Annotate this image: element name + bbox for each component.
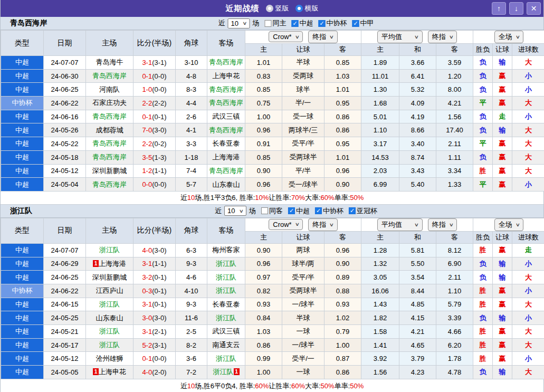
average-stage-value: 终指 (432, 220, 446, 230)
avg-home-odds-cell: 3.92 (361, 352, 399, 366)
match-row: 中超24-05-12深圳新鹏城1-2(1-1)7-4青岛西海岸0.90平/半0.… (1, 164, 544, 178)
league-type-cell: 中超 (1, 352, 44, 366)
league-type-cell: 中超 (1, 178, 44, 192)
crow-handicap-cell: 一/球半 (282, 298, 325, 311)
arrow-down-icon: ↓ (514, 4, 518, 13)
result-goals-cell: 小 (512, 178, 544, 192)
radio-icon (266, 5, 273, 12)
league-checkbox-cup[interactable]: 中协杯 (315, 206, 343, 216)
avg-draw-odds-cell: 6.41 (399, 69, 436, 83)
avg-home-odds-cell: 14.53 (361, 150, 399, 164)
result-handicap-cell: 输 (493, 123, 512, 137)
view-option-vertical[interactable]: 竖版 (266, 4, 289, 13)
league-type-cell: 中超 (1, 83, 44, 97)
match-count-select[interactable]: 10 ∨ (227, 18, 250, 28)
home-team-cell: 浙江队 (86, 298, 133, 311)
crow-home-odds-cell: 0.91 (245, 137, 282, 151)
result-handicap-cell: 输 (493, 271, 512, 284)
corner-cell: 1-18 (176, 150, 207, 164)
team-label: 青岛西海岸 (209, 58, 243, 66)
bookmaker-select[interactable]: Crow*∨ (269, 31, 303, 42)
period-dropdown-group: 全场∨ (473, 218, 544, 231)
halftime-score: (0-2) (152, 140, 166, 148)
away-team-cell: 青岛西海岸 (207, 123, 245, 137)
chevron-down-icon: ∨ (294, 34, 299, 40)
average-select[interactable]: 平均值∨ (377, 31, 423, 43)
league-checkbox-league1[interactable]: 中甲 (352, 18, 374, 28)
filters: 近 10 ∨ 场 同客 中超 中协杯 亚冠杯 (215, 206, 377, 216)
view-option-horizontal[interactable]: 横版 (295, 4, 319, 13)
match-row: 中超24-05-17浙江队5-2(3-1)8-2南通支云0.86一/球半1.00… (1, 338, 544, 352)
crow-dropdown-group: Crow*∨ 终指∨ (245, 218, 361, 231)
red-card-badge: 1 (93, 260, 99, 267)
period-select[interactable]: 全场∨ (494, 218, 524, 231)
result-wdl-cell: 平 (473, 137, 493, 151)
sub-header-handicap-result: 让球 (493, 44, 512, 56)
avg-away-odds-cell: 17.40 (436, 123, 473, 137)
result-goals-cell: 大 (512, 271, 544, 284)
bookmaker-select[interactable]: Crow*∨ (269, 219, 303, 230)
corner-cell: 11-6 (176, 311, 207, 325)
league-type-cell: 中超 (1, 257, 44, 271)
odds-stage-select[interactable]: 终指∨ (308, 31, 338, 43)
avg-draw-odds-cell: 3.66 (399, 56, 436, 70)
crow-handicap-cell: 受平/半 (282, 137, 325, 151)
average-dropdown-group: 平均值∨ 终指∨ (361, 31, 473, 44)
fulltime-score: 5-2 (142, 341, 152, 349)
league-checkbox-acl[interactable]: 亚冠杯 (349, 206, 377, 216)
date-cell: 24-06-25 (44, 271, 86, 284)
result-goals-cell: 大 (512, 150, 544, 164)
league-checkbox-csl[interactable]: 中超 (292, 18, 313, 28)
team-label: 石家庄功夫 (92, 99, 127, 107)
checkbox-icon (315, 207, 322, 214)
team-label: 青岛西海岸 (209, 99, 243, 107)
team-label: 青岛西海岸 (92, 139, 127, 147)
crow-home-odds-cell: 1.00 (245, 366, 282, 379)
average-value: 平均值 (381, 220, 402, 230)
close-button[interactable]: ✕ (527, 2, 541, 15)
avg-home-odds-cell: 5.01 (361, 110, 399, 123)
move-up-button[interactable]: ↑ (492, 2, 506, 15)
crow-home-odds-cell: 0.96 (245, 178, 282, 192)
odds-stage-value: 终指 (312, 220, 326, 230)
avg-away-odds-cell: 5.79 (436, 298, 473, 311)
crow-home-odds-cell: 0.82 (245, 284, 282, 298)
summary-stat-label: 单率: (335, 193, 350, 203)
checkbox-label: 中协杯 (327, 18, 347, 28)
halftime-score: (0-1) (152, 300, 166, 308)
avg-away-odds-cell: 1.33 (436, 178, 473, 192)
league-checkbox-csl[interactable]: 中超 (288, 206, 310, 216)
section-summary: 近10场,胜6平0负4, 胜率:60% 让胜率:60% 大率:50% 单率:50… (1, 379, 543, 392)
result-wdl-cell: 负 (473, 366, 493, 379)
result-handicap-cell: 赢 (493, 150, 512, 164)
same-venue-checkbox[interactable]: 同客 (261, 206, 283, 216)
avg-home-odds-cell: 1.56 (361, 366, 399, 379)
same-venue-checkbox[interactable]: 同主 (265, 18, 287, 28)
result-goals-cell: 小 (512, 311, 544, 325)
move-down-button[interactable]: ↓ (509, 2, 523, 15)
score-cell: 3-1(3-1) (133, 56, 176, 70)
average-stage-select[interactable]: 终指∨ (428, 31, 457, 43)
team-label: 上海海港 (99, 260, 126, 267)
league-checkbox-cup[interactable]: 中协杯 (319, 18, 347, 28)
checkbox-label: 亚冠杯 (357, 206, 377, 216)
team-label: 青岛西海岸 (92, 112, 127, 120)
average-select[interactable]: 平均值∨ (377, 218, 423, 231)
avg-draw-odds-cell: 4.19 (399, 110, 436, 123)
league-type-cell: 中协杯 (1, 284, 44, 298)
crow-home-odds-cell: 1.03 (245, 325, 282, 339)
result-handicap-cell: 赢 (493, 352, 512, 366)
chevron-down-icon: ∨ (294, 222, 299, 227)
date-cell: 24-07-07 (44, 56, 86, 70)
col-header-home: 主场 (86, 218, 133, 243)
period-select[interactable]: 全场∨ (494, 31, 524, 43)
avg-home-odds-cell: 1.43 (361, 298, 399, 311)
team-label: 成都蓉城 (96, 126, 123, 134)
average-dropdown-group: 平均值∨ 终指∨ (361, 218, 473, 231)
team-label: 上海海港 (213, 153, 240, 161)
result-wdl-cell: 负 (473, 271, 493, 284)
average-stage-select[interactable]: 终指∨ (428, 218, 457, 231)
odds-stage-select[interactable]: 终指∨ (308, 218, 338, 231)
team-label: 浙江队 (213, 368, 234, 376)
match-count-select[interactable]: 10 ∨ (224, 206, 246, 216)
